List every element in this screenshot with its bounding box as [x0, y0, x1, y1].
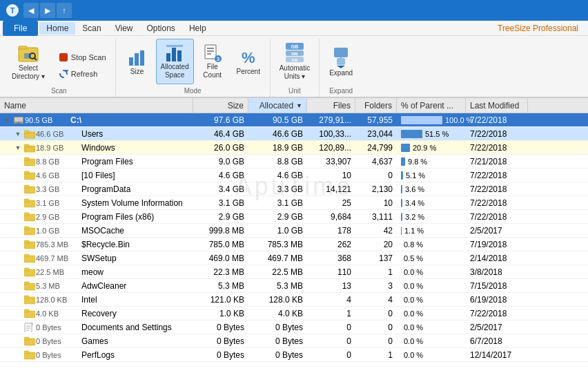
row-name-cell: 469.7 MB SWSetup: [0, 254, 193, 263]
file-count-button[interactable]: 3 FileCount: [195, 39, 230, 84]
col-allocated[interactable]: Allocated ▼: [248, 98, 307, 113]
maximize-button[interactable]: [519, 0, 551, 21]
automatic-units-button[interactable]: GB MB KB AutomaticUnits ▾: [275, 39, 315, 84]
svg-text:KB: KB: [292, 58, 298, 62]
row-percent-cell: 9.8 %: [397, 157, 466, 166]
folder-icon: [24, 226, 35, 236]
svg-rect-48: [24, 213, 29, 216]
row-allocated: 90.5 GB: [248, 115, 307, 125]
table-row[interactable]: 469.7 MB SWSetup 469.0 MB 469.7 MB 368 1…: [0, 251, 588, 265]
menu-home[interactable]: Home: [39, 22, 75, 35]
refresh-button[interactable]: Refresh: [54, 66, 111, 82]
row-name: meow: [81, 267, 104, 277]
percent-text: 0.5 %: [404, 254, 423, 262]
size-label: 0 Bytes: [36, 323, 77, 332]
col-modified[interactable]: Last Modified: [466, 98, 528, 113]
row-name: AdwCleaner: [81, 281, 126, 291]
percent-button[interactable]: % Percent: [231, 39, 266, 84]
row-modified: 7/19/2018: [466, 240, 528, 249]
row-files: 14,121: [307, 184, 355, 194]
table-row[interactable]: ▼ 46.6 GB Users 46.4 GB 46.6 GB 100,33..…: [0, 127, 588, 141]
table-row[interactable]: 22.5 MB meow 22.3 MB 22.5 MB 110 1 0.0 %…: [0, 265, 588, 279]
table-row[interactable]: 2.9 GB Program Files (x86) 2.9 GB 2.9 GB…: [0, 210, 588, 224]
stop-scan-button[interactable]: Stop Scan: [54, 50, 111, 65]
table-row[interactable]: 0 Bytes Documents and Settings 0 Bytes 0…: [0, 321, 588, 334]
close-button[interactable]: [551, 0, 582, 21]
row-files: 178: [307, 226, 355, 236]
table-row[interactable]: 3.1 GB System Volume Information 3.1 GB …: [0, 196, 588, 210]
row-name: MSOCache: [81, 226, 124, 236]
minimize-button[interactable]: [487, 0, 519, 21]
menu-file[interactable]: File: [3, 21, 38, 36]
table-row[interactable]: 4.6 GB [10 Files] 4.6 GB 4.6 GB 10 0 5.1…: [0, 169, 588, 182]
allocated-space-button[interactable]: AllocatedSpace: [156, 39, 194, 84]
menu-pro[interactable]: TreeSize Professional: [491, 22, 585, 35]
row-name: Users: [81, 129, 103, 139]
size-mode-button[interactable]: Size: [120, 39, 155, 84]
table-row[interactable]: 1.0 GB MSOCache 999.8 MB 1.0 GB 178 42 1…: [0, 224, 588, 238]
expand-toggle: [14, 309, 22, 318]
row-name-cell: 1.0 GB MSOCache: [0, 226, 193, 236]
row-name: Windows: [81, 143, 115, 153]
menu-view[interactable]: View: [108, 22, 140, 35]
row-name-cell: 4.6 GB [10 Files]: [0, 171, 193, 180]
menu-options[interactable]: Options: [140, 22, 182, 35]
col-folders[interactable]: Folders: [355, 98, 397, 113]
select-directory-button[interactable]: SelectDirectory ▾: [7, 39, 50, 84]
row-size: 22.3 MB: [193, 267, 248, 277]
forward-button[interactable]: ▶: [40, 3, 55, 18]
table-row[interactable]: 0 Bytes PerfLogs 0 Bytes 0 Bytes 0 1 0.0…: [0, 348, 588, 362]
row-percent-cell: 0.0 %: [397, 337, 466, 345]
folder-icon: [24, 198, 35, 208]
table-row[interactable]: 3.3 GB ProgramData 3.4 GB 3.3 GB 14,121 …: [0, 182, 588, 196]
col-size[interactable]: Size: [193, 98, 248, 113]
row-allocated: 22.5 MB: [248, 267, 307, 277]
folder-icon: [24, 309, 35, 318]
menu-scan[interactable]: Scan: [75, 22, 108, 35]
row-size: 121.0 KB: [193, 295, 248, 305]
svg-rect-15: [205, 45, 216, 59]
svg-rect-56: [24, 268, 29, 271]
table-row[interactable]: 0 Bytes Games 0 Bytes 0 Bytes 0 0 0.0 % …: [0, 334, 588, 348]
svg-rect-54: [24, 254, 29, 257]
row-folders: 0: [355, 171, 397, 180]
expand-button[interactable]: Expand: [324, 39, 358, 84]
row-allocated: 128.0 KB: [248, 295, 307, 305]
size-label: 0 Bytes: [36, 351, 77, 359]
expand-toggle: [14, 199, 22, 207]
row-allocated: 0 Bytes: [248, 336, 307, 346]
expand-toggle[interactable]: ▼: [3, 116, 11, 124]
row-allocated: 785.3 MB: [248, 240, 307, 249]
row-allocated: 3.3 GB: [248, 184, 307, 194]
row-size: 1.0 KB: [193, 309, 248, 318]
row-folders: 137: [355, 254, 397, 263]
col-name[interactable]: Name: [0, 98, 193, 113]
expand-toggle[interactable]: ▼: [14, 144, 22, 152]
row-folders: 3: [355, 281, 397, 291]
table-row[interactable]: 4.0 KB Recovery 1.0 KB 4.0 KB 1 0 0.0 % …: [0, 307, 588, 321]
table-row[interactable]: ▼ 18.9 GB Windows 26.0 GB 18.9 GB 120,89…: [0, 141, 588, 155]
col-files[interactable]: Files: [307, 98, 355, 113]
size-label: 90.5 GB: [25, 116, 66, 124]
row-size: 469.0 MB: [193, 254, 248, 263]
row-modified: 7/15/2018: [466, 281, 528, 291]
percent-text: 0.8 %: [404, 240, 423, 249]
expand-toggle[interactable]: ▼: [14, 130, 22, 138]
up-button[interactable]: ↑: [57, 3, 72, 18]
percent-icon: %: [239, 48, 258, 67]
svg-rect-62: [24, 309, 29, 312]
table-row[interactable]: 128.0 KB Intel 121.0 KB 128.0 KB 4 4 0.0…: [0, 293, 588, 307]
table-row[interactable]: 8.8 GB Program Files 9.0 GB 8.8 GB 33,90…: [0, 155, 588, 169]
col-percent[interactable]: % of Parent ...: [397, 98, 466, 113]
menu-help[interactable]: Help: [182, 22, 213, 35]
svg-rect-58: [24, 282, 29, 285]
back-button[interactable]: ◀: [23, 3, 39, 18]
row-folders: 2,130: [355, 184, 397, 194]
row-modified: 12/14/2017: [466, 350, 528, 360]
row-folders: 23,044: [355, 129, 397, 139]
size-label: 128.0 KB: [36, 296, 77, 304]
table-row[interactable]: 5.3 MB AdwCleaner 5.3 MB 5.3 MB 13 3 0.0…: [0, 279, 588, 293]
row-allocated: 2.9 GB: [248, 212, 307, 222]
table-row[interactable]: 785.3 MB $Recycle.Bin 785.0 MB 785.3 MB …: [0, 238, 588, 251]
table-row[interactable]: ▼ 90.5 GB C:\ 97.6 GB 90.5 GB 279,91... …: [0, 113, 588, 127]
